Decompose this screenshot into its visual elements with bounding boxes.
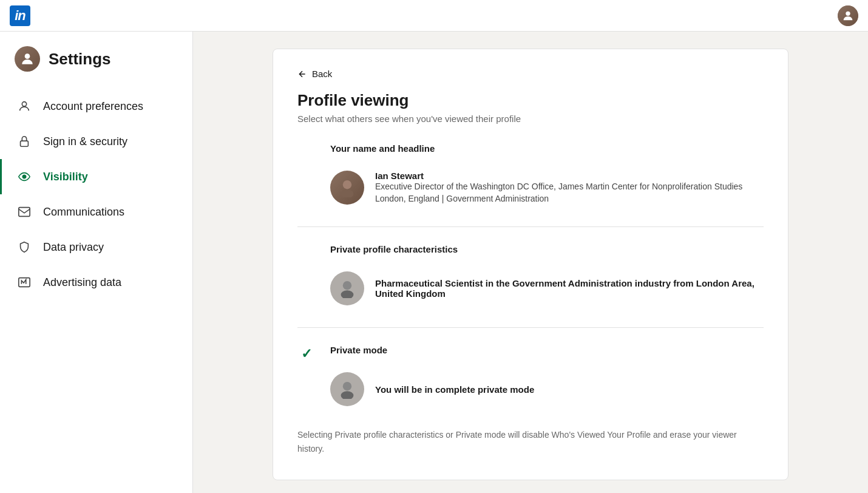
check-icon: ✓ bbox=[301, 346, 312, 362]
user-info: Ian Stewart Executive Director of the Wa… bbox=[375, 171, 764, 205]
private-mode-content: Private mode You will be in complete bbox=[330, 345, 764, 411]
sidebar-item-communications[interactable]: Communications bbox=[0, 194, 192, 229]
sidebar-item-label: Advertising data bbox=[43, 276, 121, 289]
user-avatar-image bbox=[337, 178, 357, 197]
sidebar-user-avatar bbox=[15, 46, 40, 72]
private-avatar-image bbox=[337, 279, 357, 298]
radio-name-area bbox=[297, 143, 316, 144]
eye-icon bbox=[16, 169, 32, 185]
sidebar-item-label: Account preferences bbox=[43, 100, 143, 113]
content-card: Back Profile viewing Select what others … bbox=[273, 49, 788, 480]
page-subtitle: Select what others see when you've viewe… bbox=[297, 114, 764, 124]
your-name-section-label: Your name and headline bbox=[330, 143, 764, 154]
private-avatar bbox=[330, 271, 364, 305]
user-title: Executive Director of the Washington DC … bbox=[375, 181, 764, 193]
linkedin-logo[interactable]: in bbox=[10, 5, 30, 26]
ad-icon bbox=[16, 274, 32, 290]
svg-point-11 bbox=[343, 382, 351, 390]
sidebar-item-advertising-data[interactable]: Advertising data bbox=[0, 265, 192, 300]
sidebar-item-label: Sign in & security bbox=[43, 135, 127, 148]
private-section-label: Private profile characteristics bbox=[330, 244, 764, 254]
page-title: Profile viewing bbox=[297, 91, 764, 110]
back-label: Back bbox=[312, 69, 332, 79]
svg-point-0 bbox=[846, 11, 850, 15]
person-icon bbox=[16, 98, 32, 114]
sidebar-item-label: Visibility bbox=[43, 171, 88, 183]
private-characteristics-option: Private profile characteristics Phar bbox=[297, 227, 764, 328]
svg-point-1 bbox=[25, 53, 30, 59]
main-content: Back Profile viewing Select what others … bbox=[193, 32, 868, 493]
radio-private-area bbox=[297, 244, 316, 245]
back-button[interactable]: Back bbox=[297, 69, 764, 79]
private-mode-text: You will be in complete private mode bbox=[375, 384, 764, 395]
private-mode-option: ✓ Private mode bbox=[297, 328, 764, 411]
private-mode-label: Private mode bbox=[330, 345, 764, 355]
footer-note: Selecting Private profile characteristic… bbox=[297, 428, 764, 455]
main-layout: Settings Account preferences bbox=[0, 32, 868, 493]
options-section: Your name and headline bbox=[297, 143, 764, 411]
user-name: Ian Stewart bbox=[375, 171, 764, 181]
sidebar-item-visibility[interactable]: Visibility bbox=[0, 159, 192, 194]
lock-icon bbox=[16, 134, 32, 149]
svg-point-12 bbox=[341, 391, 354, 399]
arrow-left-icon bbox=[297, 69, 307, 79]
svg-point-4 bbox=[22, 175, 26, 178]
shield-icon bbox=[16, 239, 32, 255]
mail-icon bbox=[16, 204, 32, 220]
private-characteristics-content: Private profile characteristics Phar bbox=[330, 244, 764, 310]
svg-point-10 bbox=[341, 290, 354, 298]
svg-point-9 bbox=[343, 281, 351, 290]
sidebar-item-label: Communications bbox=[43, 206, 124, 219]
user-avatar bbox=[330, 171, 364, 205]
user-row: Ian Stewart Executive Director of the Wa… bbox=[330, 166, 764, 209]
private-row: Pharmaceutical Scientist in the Governme… bbox=[330, 267, 764, 310]
checkmark-area: ✓ bbox=[297, 345, 316, 362]
user-location: London, England | Government Administrat… bbox=[375, 193, 764, 205]
sidebar-title: Settings bbox=[49, 50, 111, 69]
your-name-option: Your name and headline bbox=[297, 143, 764, 227]
sidebar-item-sign-in-security[interactable]: Sign in & security bbox=[0, 124, 192, 159]
sidebar-header: Settings bbox=[0, 46, 192, 89]
sidebar-item-data-privacy[interactable]: Data privacy bbox=[0, 229, 192, 265]
sidebar: Settings Account preferences bbox=[0, 32, 193, 493]
svg-point-8 bbox=[341, 189, 354, 197]
svg-rect-3 bbox=[21, 141, 29, 146]
sidebar-nav: Account preferences Sign in & security bbox=[0, 89, 192, 300]
private-mode-desc: You will be in complete private mode bbox=[375, 384, 764, 395]
private-mode-avatar-image bbox=[337, 379, 357, 399]
avatar-image bbox=[838, 5, 858, 26]
private-desc: Pharmaceutical Scientist in the Governme… bbox=[375, 278, 764, 299]
private-text: Pharmaceutical Scientist in the Governme… bbox=[375, 278, 764, 299]
sidebar-item-account-preferences[interactable]: Account preferences bbox=[0, 89, 192, 124]
svg-point-2 bbox=[22, 102, 26, 106]
private-mode-avatar bbox=[330, 372, 364, 406]
top-navigation: in bbox=[0, 0, 868, 32]
svg-point-7 bbox=[343, 180, 351, 189]
topnav-avatar[interactable] bbox=[838, 5, 858, 26]
sidebar-item-label: Data privacy bbox=[43, 241, 104, 254]
private-mode-row: You will be in complete private mode bbox=[330, 367, 764, 411]
your-name-content: Your name and headline bbox=[330, 143, 764, 209]
svg-rect-5 bbox=[19, 208, 30, 217]
